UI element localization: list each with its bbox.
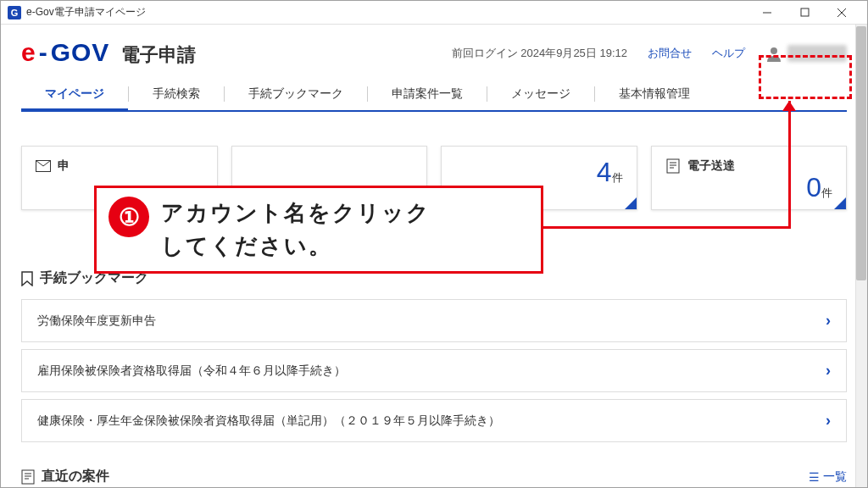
recent-section-header: 直近の案件 ☰ 一覧 (21, 468, 847, 485)
annotation-arrow-head (782, 101, 796, 111)
bookmark-item[interactable]: 労働保険年度更新申告 › (21, 299, 847, 342)
account-name-redacted (787, 45, 847, 62)
card-corner-icon (834, 197, 846, 209)
contact-link[interactable]: お問合せ (648, 46, 692, 61)
svg-rect-10 (22, 470, 34, 484)
svg-rect-6 (667, 159, 679, 173)
content-area: e - GOV 電子申請 前回ログイン 2024年9月25日 19:12 お問合… (1, 25, 867, 487)
logo-subtitle: 電子申請 (121, 42, 196, 68)
maximize-button[interactable] (786, 1, 823, 25)
list-icon: ☰ (809, 470, 820, 484)
card-value: 0 (806, 172, 821, 202)
header-right: 前回ログイン 2024年9月25日 19:12 お問合せ ヘルプ (452, 45, 847, 62)
tab-search[interactable]: 手続検索 (129, 78, 224, 110)
help-link[interactable]: ヘルプ (712, 46, 745, 61)
logo-dash: - (39, 38, 47, 67)
tab-basicinfo[interactable]: 基本情報管理 (595, 78, 714, 110)
logo-e: e (21, 38, 36, 67)
bookmark-label: 健康保険・厚生年金保険被保険者資格取得届（単記用）（２０１９年５月以降手続き） (37, 413, 500, 429)
document-icon (665, 158, 681, 174)
annotation-arrow-horizontal (543, 226, 791, 229)
annotation-arrow-vertical (788, 101, 791, 228)
nav-tabs: マイページ 手続検索 手続ブックマーク 申請案件一覧 メッセージ 基本情報管理 (21, 78, 847, 112)
user-icon (765, 45, 782, 62)
card-unit: 件 (821, 186, 832, 199)
page-header: e - GOV 電子申請 前回ログイン 2024年9月25日 19:12 お問合… (21, 25, 847, 78)
app-window: G e-Gov電子申請マイページ e - GOV 電子申請 (0, 0, 868, 488)
bookmark-label: 労働保険年度更新申告 (37, 313, 156, 329)
tab-bookmark[interactable]: 手続ブックマーク (225, 78, 367, 110)
card-corner-icon (625, 197, 637, 209)
bookmark-icon (21, 271, 33, 286)
app-favicon: G (8, 6, 21, 19)
callout-text: アカウント名をクリック してください。 (161, 197, 431, 263)
last-login: 前回ログイン 2024年9月25日 19:12 (452, 46, 627, 61)
logo-gov: GOV (51, 38, 110, 67)
logo[interactable]: e - GOV 電子申請 (21, 38, 196, 68)
bookmark-list: 労働保険年度更新申告 › 雇用保険被保険者資格取得届（令和４年６月以降手続き） … (21, 299, 847, 442)
callout-number-badge: ① (108, 197, 149, 237)
svg-rect-1 (801, 8, 809, 16)
view-all-link[interactable]: ☰ 一覧 (809, 469, 847, 485)
window-controls (748, 1, 860, 25)
close-button[interactable] (823, 1, 860, 25)
account-menu[interactable] (765, 45, 847, 62)
card-title: 電子送達 (687, 158, 735, 174)
chevron-right-icon: › (826, 312, 831, 330)
bookmark-item[interactable]: 雇用保険被保険者資格取得届（令和４年６月以降手続き） › (21, 349, 847, 392)
envelope-icon (36, 158, 51, 174)
card-edelivery[interactable]: 電子送達 0件 (651, 146, 848, 210)
tab-mypage[interactable]: マイページ (21, 78, 128, 110)
card-title: 申 (58, 158, 70, 174)
chevron-right-icon: › (826, 362, 831, 380)
tab-messages[interactable]: メッセージ (487, 78, 594, 110)
chevron-right-icon: › (826, 412, 831, 430)
svg-point-4 (771, 47, 777, 54)
bookmark-item[interactable]: 健康保険・厚生年金保険被保険者資格取得届（単記用）（２０１９年５月以降手続き） … (21, 399, 847, 442)
tab-applications[interactable]: 申請案件一覧 (368, 78, 487, 110)
bookmark-label: 雇用保険被保険者資格取得届（令和４年６月以降手続き） (37, 363, 346, 379)
card-value: 4 (597, 157, 612, 187)
section-title: 直近の案件 (21, 468, 109, 485)
title-bar: G e-Gov電子申請マイページ (1, 1, 867, 25)
minimize-button[interactable] (748, 1, 786, 25)
instruction-callout: ① アカウント名をクリック してください。 (94, 186, 543, 274)
card-unit: 件 (612, 171, 623, 184)
bookmark-section: 手続ブックマーク 労働保険年度更新申告 › 雇用保険被保険者資格取得届（令和４年… (21, 269, 847, 442)
window-title: e-Gov電子申請マイページ (26, 5, 748, 19)
document-icon (21, 469, 35, 485)
